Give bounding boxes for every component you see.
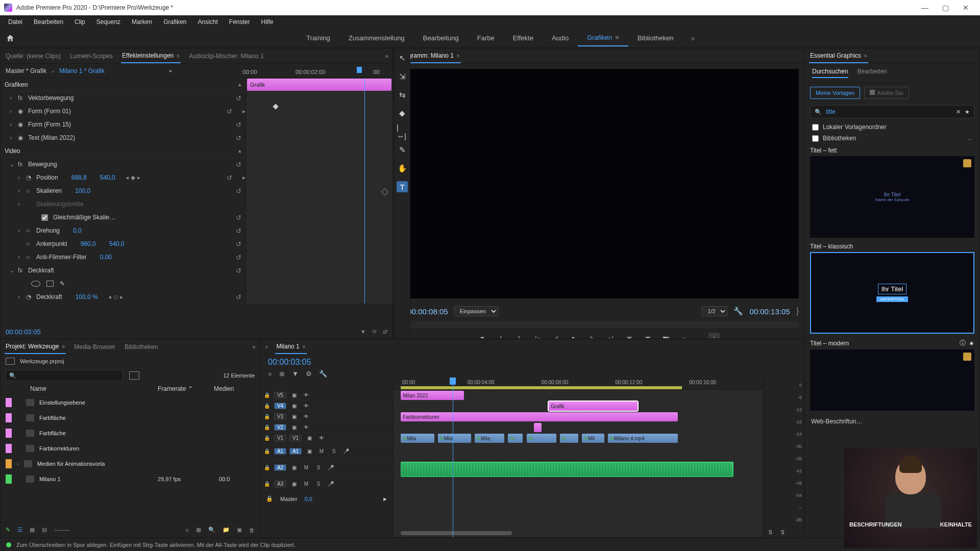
workspace-graphics[interactable]: Grafiken≡: [578, 30, 628, 46]
tab-project[interactable]: Projekt: Werkzeuge≡: [5, 340, 66, 354]
type-tool[interactable]: T: [397, 181, 408, 192]
reset-icon[interactable]: ↺: [236, 134, 241, 142]
timeline-zoom-scrollbar[interactable]: [394, 531, 763, 536]
stopwatch-icon[interactable]: ◔: [26, 293, 33, 300]
prop-anchor[interactable]: ○Ankerpunkt960,0540,0↺: [1, 237, 246, 251]
program-timecode-out[interactable]: 00:00:13:05: [749, 307, 790, 316]
project-item[interactable]: Farbfläche: [1, 425, 260, 441]
label-color-swatch[interactable]: [6, 429, 12, 438]
step-back-button[interactable]: ◂|: [551, 334, 560, 339]
prop-flicker[interactable]: ›○Anti-Flimmer-Filter0,00↺: [1, 251, 246, 264]
fx-icon[interactable]: fx: [18, 267, 25, 274]
find-icon[interactable]: 🔍: [208, 527, 215, 533]
reset-icon[interactable]: ↺: [236, 293, 241, 301]
chip-adobe-stock[interactable]: Adobe Sto: [864, 87, 909, 99]
prop-uniform-scale[interactable]: Gleichmäßige Skalie…↺: [1, 211, 246, 224]
favorite-filter-icon[interactable]: ★: [965, 109, 970, 115]
clip-v2-small[interactable]: [534, 423, 541, 432]
sort-toggle-icon[interactable]: ≡: [186, 527, 189, 533]
tab-overflow[interactable]: »: [385, 53, 388, 60]
eg-search-input[interactable]: [826, 108, 952, 115]
ec-playhead-line[interactable]: [364, 78, 365, 304]
label-color-swatch[interactable]: [6, 398, 12, 407]
freeform-view-icon[interactable]: ▤: [42, 527, 47, 533]
project-search[interactable]: 🔍: [6, 370, 123, 381]
col-framerate[interactable]: Framerate ⌃: [158, 385, 214, 392]
label-color-swatch[interactable]: [6, 444, 12, 453]
rect-mask-icon[interactable]: [46, 281, 54, 287]
clip-v1[interactable]: fx Mila: [401, 434, 434, 443]
project-item[interactable]: Farbfläche: [1, 410, 260, 425]
maximize-button[interactable]: ▢: [935, 2, 955, 14]
tab-lumetri[interactable]: Lumetri-Scopes: [69, 49, 114, 63]
new-bin-button[interactable]: 📁: [223, 527, 230, 533]
stopwatch-icon[interactable]: ○: [26, 187, 33, 194]
uniform-scale-checkbox[interactable]: [41, 214, 48, 221]
prop-opacity-masks[interactable]: ✎: [1, 277, 246, 290]
collapse-icon[interactable]: ▴: [238, 81, 241, 88]
reset-icon[interactable]: ↺: [236, 227, 241, 235]
menu-hilfe[interactable]: Hilfe: [256, 16, 279, 28]
workspace-assembly[interactable]: Zusammenstellung: [339, 30, 414, 46]
list-view-icon[interactable]: ☰: [17, 527, 22, 533]
toggle-output-icon[interactable]: ▣: [289, 392, 299, 398]
track-a2[interactable]: 🔒A2▣MS🎤: [261, 460, 393, 476]
link-icon[interactable]: ⇄: [383, 329, 387, 335]
menu-bearbeiten[interactable]: Bearbeiten: [29, 16, 68, 28]
keyframe-add-marker[interactable]: [381, 188, 388, 195]
slip-tool[interactable]: |↔|: [397, 126, 408, 137]
track-a3[interactable]: 🔒A3▣MS🎤: [261, 476, 393, 492]
tab-overflow[interactable]: »: [252, 343, 256, 350]
timeline-playhead[interactable]: [453, 378, 453, 537]
clip-v1[interactable]: fx Milano 4.mp4: [608, 434, 678, 443]
home-button[interactable]: [0, 34, 20, 43]
program-scrubber[interactable]: [399, 321, 799, 328]
fx-icon[interactable]: fx: [18, 94, 25, 102]
ec-graphic-clip[interactable]: Grafik: [247, 79, 391, 91]
lift-button[interactable]: ▣: [625, 334, 634, 339]
clip-audio-a2[interactable]: fx: [401, 462, 733, 477]
bin-icon[interactable]: [129, 371, 139, 380]
new-item-button[interactable]: ▣: [237, 527, 242, 533]
automate-icon[interactable]: ▦: [196, 527, 201, 533]
tab-sequence[interactable]: Milano 1≡: [275, 340, 306, 354]
stopwatch-icon[interactable]: ◔: [26, 174, 33, 181]
eg-tab-edit[interactable]: Bearbeiten: [857, 68, 887, 78]
workspace-editing[interactable]: Bearbeitung: [414, 30, 468, 46]
eye-icon[interactable]: 👁: [302, 392, 311, 398]
eye-icon[interactable]: ◉: [18, 134, 25, 141]
sort-icon[interactable]: ⌃: [188, 385, 193, 392]
menu-sequenz[interactable]: Sequenz: [91, 16, 126, 28]
razor-tool[interactable]: ◆: [397, 108, 408, 119]
workspace-overflow[interactable]: »: [683, 34, 703, 42]
section-graphics[interactable]: Grafiken▴: [1, 78, 246, 91]
fit-select[interactable]: Einpassen: [454, 306, 498, 316]
tab-source[interactable]: Quelle: (keine Clips): [5, 49, 62, 63]
settings-icon[interactable]: 🔧: [733, 307, 743, 316]
reset-icon[interactable]: ↺: [236, 240, 241, 248]
section-video[interactable]: Video▴: [1, 144, 246, 158]
chip-my-templates[interactable]: Meine Vorlagen: [810, 87, 860, 99]
work-area-bar[interactable]: [401, 386, 681, 389]
goto-in-button[interactable]: |◂: [533, 334, 542, 339]
project-item[interactable]: Einstellungsebene: [1, 395, 260, 410]
clip-v1[interactable]: fx: [560, 434, 578, 443]
reset-icon[interactable]: ↺: [236, 214, 241, 221]
clip-milan-2022[interactable]: Milan 2022: [401, 391, 463, 400]
out-point-button[interactable]: }: [514, 334, 524, 339]
play-button[interactable]: ▶: [570, 334, 579, 339]
menu-grafiken[interactable]: Grafiken: [158, 16, 191, 28]
menu-clip[interactable]: Clip: [69, 16, 90, 28]
project-item[interactable]: Milano 129,97 fps00:0: [1, 471, 260, 487]
workspace-audio[interactable]: Audio: [543, 30, 578, 46]
clip-v1[interactable]: fx Mila: [438, 434, 471, 443]
lock-icon[interactable]: 🔒: [264, 403, 271, 409]
icon-view-icon[interactable]: ▦: [30, 527, 35, 533]
workspace-training[interactable]: Training: [297, 30, 339, 46]
timeline-timecode[interactable]: 00:00:03:05: [261, 355, 318, 370]
play-toggle-icon[interactable]: ▸: [169, 67, 173, 74]
reset-icon[interactable]: ↺: [236, 254, 241, 261]
clip-v1[interactable]: fx: [508, 434, 523, 443]
reset-icon[interactable]: ↺: [236, 94, 241, 102]
track-v1[interactable]: 🔒V1V1▣👁: [261, 433, 393, 443]
